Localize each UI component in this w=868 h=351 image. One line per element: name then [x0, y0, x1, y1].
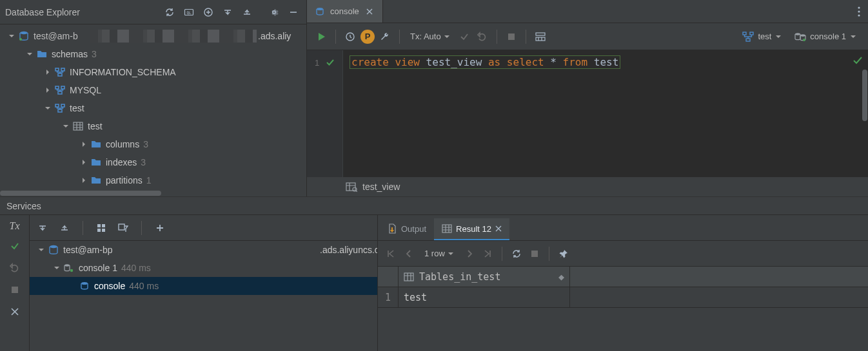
add-icon[interactable] — [152, 220, 168, 236]
minimize-icon[interactable] — [286, 5, 301, 20]
chevron-down-icon[interactable] — [44, 104, 52, 112]
svg-point-37 — [50, 245, 57, 248]
svg-rect-41 — [442, 225, 451, 232]
chevron-down-icon[interactable] — [8, 32, 15, 40]
svg-rect-33 — [102, 224, 105, 227]
chevron-down-icon[interactable] — [62, 122, 70, 130]
wrench-icon[interactable] — [377, 29, 393, 44]
first-page-icon[interactable] — [383, 246, 399, 261]
tree-horizontal-scrollbar[interactable] — [0, 190, 306, 196]
chevron-right-icon[interactable] — [44, 68, 52, 76]
line-number: 1 — [315, 58, 319, 68]
services-panel: Tx test@am-bp .ads.aliyuncs.co — [0, 215, 868, 351]
services-result-panel: Output Result 12 1 row — [378, 215, 868, 351]
editor-tab-console[interactable]: console — [307, 0, 383, 23]
collapse-icon[interactable] — [220, 5, 235, 20]
sql-keyword: from — [563, 56, 588, 68]
tree-schemas-row[interactable]: schemas 3 — [0, 45, 306, 63]
stop-icon[interactable] — [7, 282, 23, 298]
editor-vertical-scrollbar[interactable] — [862, 50, 868, 177]
gear-icon[interactable] — [266, 5, 282, 20]
refresh-icon[interactable] — [162, 5, 177, 20]
commit-icon[interactable] — [457, 29, 472, 44]
stop-icon[interactable] — [201, 5, 216, 20]
filter-icon[interactable] — [115, 220, 131, 236]
svc-console-row-selected[interactable]: console 440 ms — [30, 277, 377, 295]
svg-rect-31 — [12, 287, 18, 293]
grid-row[interactable]: 1 test — [378, 287, 868, 308]
services-tree-toolbar — [30, 215, 377, 241]
chevron-down-icon[interactable] — [26, 50, 34, 58]
separator — [549, 247, 549, 261]
svg-point-3 — [20, 32, 28, 34]
chevron-right-icon[interactable] — [44, 86, 52, 94]
stop-icon[interactable] — [527, 246, 542, 261]
close-icon[interactable] — [7, 304, 23, 319]
rownum-header[interactable] — [378, 267, 399, 287]
code-editor[interactable]: create view test_view as select * from t… — [343, 50, 868, 177]
svg-rect-22 — [536, 37, 545, 41]
chevron-down-icon[interactable] — [53, 264, 61, 272]
row-count-dropdown[interactable]: 1 row — [424, 249, 454, 258]
partitions-count: 1 — [146, 175, 152, 185]
stop-button[interactable] — [504, 29, 519, 44]
tree-table-test[interactable]: test — [0, 117, 306, 135]
session-icon — [63, 262, 75, 274]
tab-result[interactable]: Result 12 — [434, 218, 509, 240]
sql-icon[interactable]: QL — [181, 5, 197, 20]
close-tab-icon[interactable] — [364, 6, 375, 17]
svg-point-16 — [858, 6, 860, 8]
tree-schema-mysql[interactable]: MYSQL — [0, 81, 306, 99]
view-mode-icon[interactable] — [533, 29, 548, 44]
reload-icon[interactable] — [509, 246, 524, 261]
tree-indexes-row[interactable]: indexes 3 — [0, 153, 306, 171]
svc-connection-row[interactable]: test@am-bp .ads.aliyuncs.co — [30, 241, 377, 259]
last-page-icon[interactable] — [480, 246, 495, 261]
chevron-right-icon[interactable] — [80, 158, 88, 166]
explorer-tree[interactable]: test@am-b .ads.aliy schemas 3 INFORMATIO… — [0, 24, 306, 196]
console-leaf-label: console — [94, 281, 125, 291]
pin-icon[interactable] — [556, 246, 571, 261]
explain-plan-badge[interactable]: P — [360, 30, 375, 44]
cell-value[interactable]: test — [399, 287, 570, 307]
tx-mode-dropdown[interactable]: Tx: Auto — [406, 32, 454, 41]
close-tab-icon[interactable] — [495, 225, 502, 232]
sort-icon[interactable]: ◆ — [558, 271, 564, 283]
group-icon[interactable] — [94, 220, 109, 236]
svg-rect-29 — [346, 183, 355, 191]
expand-all-icon[interactable] — [35, 220, 50, 236]
tx-icon[interactable]: Tx — [10, 220, 20, 232]
database-icon — [48, 244, 59, 256]
rollback-icon[interactable] — [475, 29, 490, 44]
next-page-icon[interactable] — [462, 246, 477, 261]
tree-partitions-row[interactable]: partitions 1 — [0, 171, 306, 189]
tree-schema-test[interactable]: test — [0, 99, 306, 117]
chevron-right-icon[interactable] — [80, 176, 88, 184]
result-toolbar: 1 row — [378, 241, 868, 267]
svg-rect-8 — [55, 86, 59, 89]
tab-output[interactable]: Output — [379, 218, 434, 240]
editor-tab-menu-icon[interactable] — [850, 0, 868, 23]
datasource-picker[interactable]: test — [737, 32, 787, 42]
chevron-right-icon[interactable] — [80, 140, 88, 148]
svg-rect-11 — [55, 104, 59, 107]
svc-console1-row[interactable]: console 1 440 ms — [30, 259, 377, 277]
tree-datasource-row[interactable]: test@am-b .ads.aliy — [0, 27, 306, 45]
collapse-all-icon[interactable] — [57, 220, 72, 236]
chevron-down-icon[interactable] — [37, 246, 45, 254]
services-tree[interactable]: test@am-bp .ads.aliyuncs.co console 1 44… — [30, 241, 377, 351]
svg-point-18 — [858, 14, 860, 16]
tree-columns-row[interactable]: columns 3 — [0, 135, 306, 153]
run-button[interactable] — [313, 29, 329, 44]
database-icon — [18, 30, 30, 42]
editor-body: 1 create view test_view as select * from… — [307, 50, 868, 177]
column-header[interactable]: Tables_in_test ◆ — [399, 267, 570, 287]
tree-schema-information[interactable]: INFORMATION_SCHEMA — [0, 63, 306, 81]
prev-page-icon[interactable] — [401, 246, 417, 261]
expand-icon[interactable] — [239, 5, 255, 20]
commit-icon[interactable] — [7, 238, 23, 254]
rollback-icon[interactable] — [7, 260, 23, 276]
session-picker[interactable]: console 1 — [789, 32, 862, 42]
history-icon[interactable] — [342, 29, 358, 44]
separator — [335, 30, 336, 44]
